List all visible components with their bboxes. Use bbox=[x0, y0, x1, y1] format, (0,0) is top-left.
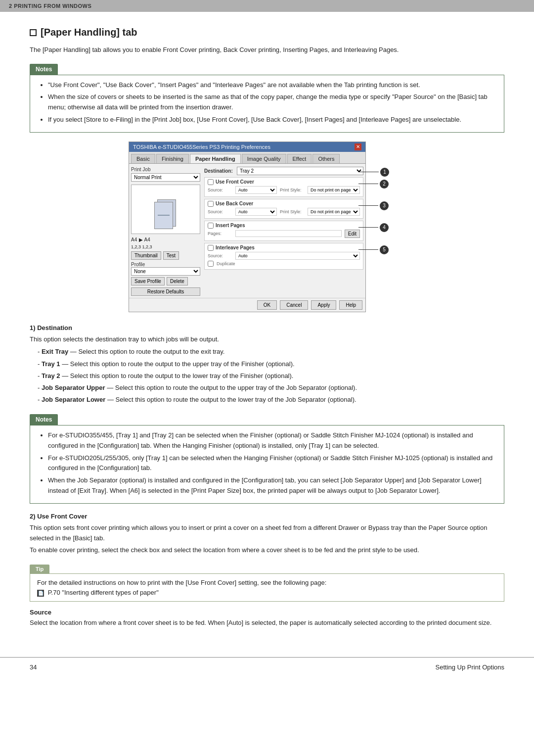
front-cover-section: Use Front Cover Source: Auto Print Style… bbox=[204, 177, 363, 197]
interleave-pages-label: Interleave Pages bbox=[216, 245, 255, 250]
tab-basic[interactable]: Basic bbox=[131, 154, 155, 163]
insert-pages-header: Insert Pages bbox=[208, 223, 360, 229]
interleave-duplicate-label: Duplicate bbox=[217, 261, 241, 266]
back-cover-checkbox[interactable] bbox=[208, 201, 214, 207]
interleave-duplicate-row: Duplicate bbox=[208, 261, 360, 267]
dialog-action-btns: OK Cancel Apply Help bbox=[129, 298, 365, 312]
tip-ref-text: P.70 "Inserting different types of paper… bbox=[48, 589, 159, 596]
dialog-close-btn[interactable]: ✕ bbox=[355, 143, 361, 150]
destination-section: 1) Destination This option selects the d… bbox=[30, 324, 504, 405]
front-cover-checkbox[interactable] bbox=[208, 179, 214, 185]
top-bar-label: 2 PRINTING FROM WINDOWS bbox=[9, 3, 91, 9]
thumbnail-btn[interactable]: Thumbnail bbox=[131, 251, 161, 260]
notes-list-2: For e-STUDIO355/455, [Tray 1] and [Tray … bbox=[38, 430, 496, 496]
interleave-pages-checkbox[interactable] bbox=[208, 245, 214, 251]
thumbnail-test-btns: Thumbnail Test bbox=[131, 251, 200, 260]
interleave-source-row: Source: Auto bbox=[208, 252, 360, 260]
tab-image-quality[interactable]: Image Quality bbox=[242, 154, 286, 163]
destination-title: 1) Destination bbox=[30, 324, 504, 331]
insert-pages-edit-btn[interactable]: Edit bbox=[345, 230, 360, 238]
preview-numbers: 1,2,3 1,2,3 bbox=[131, 244, 200, 249]
dest-item-3: Tray 2 — Select this option to route the… bbox=[38, 371, 504, 381]
insert-pages-pages-input[interactable] bbox=[235, 230, 342, 237]
tip-content: For the detailed instructions on how to … bbox=[30, 573, 504, 602]
save-profile-btn[interactable]: Save Profile bbox=[131, 277, 165, 285]
tab-others[interactable]: Others bbox=[312, 154, 340, 163]
source-title: Source bbox=[30, 609, 504, 616]
back-cover-print-style-select[interactable]: Do not print on page bbox=[308, 208, 360, 216]
preview-size: A4 bbox=[131, 237, 137, 242]
dialog-titlebar: TOSHIBA e-STUDIO455Series PS3 Printing P… bbox=[129, 142, 365, 152]
apply-btn[interactable]: Apply bbox=[311, 300, 336, 310]
profile-select[interactable]: None bbox=[131, 267, 200, 276]
dialog-right-wrapper: Destination: Tray 2 1 bbox=[204, 167, 363, 296]
use-front-cover-desc2: To enable cover printing, select the che… bbox=[30, 545, 504, 556]
interleave-pages-section: Interleave Pages Source: Auto Duplicate bbox=[204, 243, 363, 270]
front-cover-label: Use Front Cover bbox=[216, 179, 254, 185]
top-bar: 2 PRINTING FROM WINDOWS bbox=[0, 0, 534, 12]
dest-item-1-desc: Select this option to route the output t… bbox=[78, 348, 224, 355]
restore-defaults-container: Restore Defaults bbox=[131, 287, 200, 296]
interleave-duplicate-checkbox[interactable] bbox=[208, 261, 214, 267]
dialog-title: TOSHIBA e-STUDIO455Series PS3 Printing P… bbox=[133, 144, 270, 150]
notes-item-2-2: For e-STUDIO205L/255/305, only [Tray 1] … bbox=[48, 453, 496, 474]
dialog-box: TOSHIBA e-STUDIO455Series PS3 Printing P… bbox=[129, 142, 366, 312]
test-btn[interactable]: Test bbox=[163, 251, 179, 260]
dest-item-5-name: Job Separator Lower bbox=[42, 396, 105, 403]
help-btn[interactable]: Help bbox=[339, 300, 362, 310]
insert-pages-label: Insert Pages bbox=[216, 223, 245, 228]
dest-item-2-desc: Select this option to route the output t… bbox=[70, 360, 295, 368]
use-front-cover-section: 2) Use Front Cover This option sets fron… bbox=[30, 513, 504, 556]
dest-item-2: Tray 1 — Select this option to route the… bbox=[38, 359, 504, 370]
dialog-left-panel: Print Job Normal Print bbox=[131, 167, 200, 296]
num1-line: 1 bbox=[359, 168, 389, 177]
interleave-source-select[interactable]: Auto bbox=[235, 252, 360, 260]
use-front-cover-title: 2) Use Front Cover bbox=[30, 513, 504, 520]
dest-item-4: Job Separator Upper — Select this option… bbox=[38, 382, 504, 393]
dest-item-1-name: Exit Tray bbox=[42, 348, 68, 355]
back-cover-header: Use Back Cover bbox=[208, 201, 360, 207]
notes-label-2: Notes bbox=[30, 414, 58, 425]
ok-btn[interactable]: OK bbox=[257, 300, 277, 310]
destination-row: Destination: Tray 2 1 bbox=[204, 167, 363, 175]
dest-item-4-sep: — bbox=[107, 384, 115, 391]
notes-item-1-2: When the size of covers or sheets to be … bbox=[48, 92, 496, 113]
preview-box bbox=[131, 185, 200, 234]
back-cover-section: Use Back Cover Source: Auto Print Style:… bbox=[204, 199, 363, 219]
destination-label: Destination: bbox=[204, 168, 234, 174]
source-desc: Select the location from where a front c… bbox=[30, 618, 504, 628]
back-cover-source-select[interactable]: Auto bbox=[235, 208, 277, 216]
tab-paper-handling[interactable]: Paper Handling bbox=[190, 154, 241, 163]
preview-line1 bbox=[158, 215, 170, 216]
num4-line: 4 bbox=[358, 223, 389, 232]
front-cover-source-select[interactable]: Auto bbox=[235, 186, 277, 194]
notes-item-2-1: For e-STUDIO355/455, [Tray 1] and [Tray … bbox=[48, 430, 496, 451]
cancel-btn[interactable]: Cancel bbox=[280, 300, 308, 310]
footer-page-num: 34 bbox=[30, 663, 37, 671]
back-cover-print-style-label: Print Style: bbox=[280, 209, 305, 214]
num5-line: 5 bbox=[358, 245, 389, 254]
print-job-label: Print Job bbox=[131, 167, 200, 172]
tip-box: Tip For the detailed instructions on how… bbox=[30, 565, 504, 602]
insert-pages-checkbox[interactable] bbox=[208, 223, 214, 229]
dest-item-5-sep: — bbox=[107, 396, 116, 403]
print-job-select[interactable]: Normal Print bbox=[131, 173, 200, 182]
h-line-3 bbox=[358, 205, 378, 206]
front-cover-source-row: Source: Auto Print Style: Do not print o… bbox=[208, 186, 360, 194]
front-cover-print-style-select[interactable]: Do not print on page bbox=[308, 186, 360, 194]
destination-select[interactable]: Tray 2 bbox=[237, 167, 363, 175]
dest-item-1-sep: — bbox=[70, 348, 79, 355]
dest-item-2-sep: — bbox=[62, 360, 70, 368]
tab-effect[interactable]: Effect bbox=[287, 154, 312, 163]
delete-btn[interactable]: Delete bbox=[167, 277, 188, 285]
tab-finishing[interactable]: Finishing bbox=[156, 154, 189, 163]
intro-text: The [Paper Handling] tab allows you to e… bbox=[30, 45, 504, 55]
notes-list-1: "Use Front Cover", "Use Back Cover", "In… bbox=[38, 80, 496, 125]
num3-line: 3 bbox=[358, 201, 389, 210]
front-cover-header: Use Front Cover bbox=[208, 179, 360, 185]
n-badge-4: 4 bbox=[380, 223, 389, 232]
insert-pages-pages-row: Pages: Edit bbox=[208, 230, 360, 238]
tip-label: Tip bbox=[30, 565, 49, 573]
h-line-5 bbox=[358, 249, 378, 250]
restore-defaults-btn[interactable]: Restore Defaults bbox=[131, 287, 200, 296]
